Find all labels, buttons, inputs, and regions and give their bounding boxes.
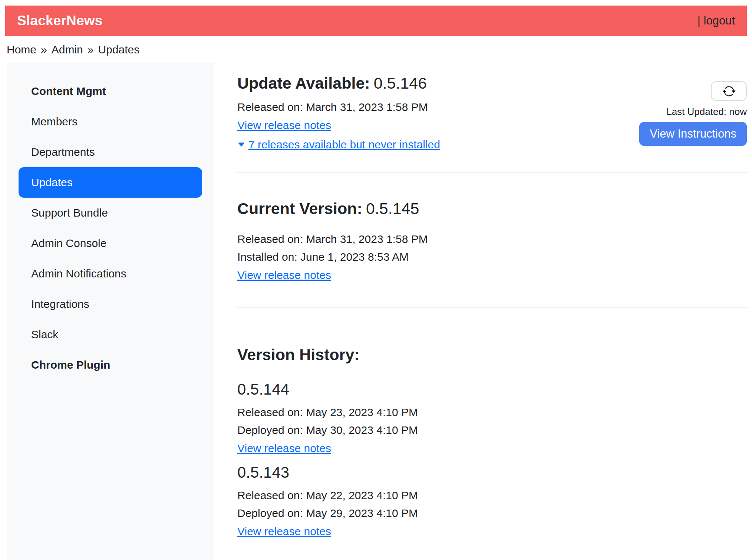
sidebar-item-support-bundle[interactable]: Support Bundle xyxy=(19,198,202,228)
current-release-notes-link[interactable]: View release notes xyxy=(237,269,331,281)
update-actions: Last Updated: now View Instructions xyxy=(639,75,747,146)
history-deployed-on: Deployed on: May 29, 2023 4:10 PM xyxy=(237,507,747,520)
update-released-on: Released on: March 31, 2023 1:58 PM xyxy=(237,101,440,114)
sidebar-item-content-mgmt[interactable]: Content Mgmt xyxy=(19,76,202,106)
view-instructions-button[interactable]: View Instructions xyxy=(639,122,747,146)
sidebar-item-admin-notifications[interactable]: Admin Notifications xyxy=(19,258,202,289)
sidebar-item-chrome-plugin[interactable]: Chrome Plugin xyxy=(19,350,202,380)
caret-down-icon xyxy=(237,141,245,149)
update-release-notes-link[interactable]: View release notes xyxy=(237,119,331,132)
current-version-label: Current Version: xyxy=(237,200,362,217)
sidebar-item-admin-console[interactable]: Admin Console xyxy=(19,228,202,258)
current-version-section: Current Version:0.5.145 Released on: Mar… xyxy=(237,200,747,281)
breadcrumb-home[interactable]: Home xyxy=(7,43,36,56)
current-version-number: 0.5.145 xyxy=(366,200,419,217)
breadcrumb-admin[interactable]: Admin xyxy=(52,43,83,56)
arrow-repeat-icon xyxy=(722,85,736,98)
history-released-on: Released on: May 23, 2023 4:10 PM xyxy=(237,406,747,419)
app-title: SlackerNews xyxy=(17,13,103,29)
history-version: 0.5.143 xyxy=(237,464,747,481)
breadcrumb-updates: Updates xyxy=(98,43,139,56)
sidebar-item-slack[interactable]: Slack xyxy=(19,319,202,350)
update-available-info: Update Available:0.5.146 Released on: Ma… xyxy=(237,75,440,151)
version-history-heading: Version History: xyxy=(237,346,747,363)
admin-sidebar: Content Mgmt Members Departments Updates… xyxy=(7,63,214,560)
last-updated-text: Last Updated: now xyxy=(666,106,747,118)
history-entry: 0.5.143 Released on: May 22, 2023 4:10 P… xyxy=(237,464,747,538)
app-header: SlackerNews | logout xyxy=(5,6,747,36)
version-history-section: Version History: 0.5.144 Released on: Ma… xyxy=(237,346,747,538)
sidebar-item-integrations[interactable]: Integrations xyxy=(19,289,202,319)
breadcrumb: Home » Admin » Updates xyxy=(7,43,747,56)
breadcrumb-separator: » xyxy=(88,43,94,56)
section-divider xyxy=(237,307,747,307)
update-available-heading: Update Available:0.5.146 xyxy=(237,75,440,92)
history-release-notes-link[interactable]: View release notes xyxy=(237,525,331,538)
update-available-label: Update Available: xyxy=(237,74,370,92)
body-row: Content Mgmt Members Departments Updates… xyxy=(5,63,747,560)
update-available-version: 0.5.146 xyxy=(374,74,427,92)
current-released-on: Released on: March 31, 2023 1:58 PM xyxy=(237,233,747,246)
releases-toggle[interactable]: 7 releases available but never installed xyxy=(237,138,440,151)
history-deployed-on: Deployed on: May 30, 2023 4:10 PM xyxy=(237,424,747,437)
releases-toggle-label: 7 releases available but never installed xyxy=(248,138,440,151)
sidebar-item-members[interactable]: Members xyxy=(19,106,202,137)
history-entry: 0.5.144 Released on: May 23, 2023 4:10 P… xyxy=(237,381,747,455)
sidebar-nav: Content Mgmt Members Departments Updates… xyxy=(7,76,214,380)
updates-main: Update Available:0.5.146 Released on: Ma… xyxy=(237,63,747,560)
sidebar-item-departments[interactable]: Departments xyxy=(19,137,202,167)
sidebar-item-updates[interactable]: Updates xyxy=(19,167,202,198)
breadcrumb-separator: » xyxy=(41,43,47,56)
history-version: 0.5.144 xyxy=(237,381,747,398)
logout-link[interactable]: | logout xyxy=(697,14,735,27)
history-released-on: Released on: May 22, 2023 4:10 PM xyxy=(237,489,747,502)
current-installed-on: Installed on: June 1, 2023 8:53 AM xyxy=(237,250,747,264)
refresh-button[interactable] xyxy=(711,81,747,101)
current-version-heading: Current Version:0.5.145 xyxy=(237,200,747,217)
page: SlackerNews | logout Home » Admin » Upda… xyxy=(0,0,752,560)
section-divider xyxy=(237,172,747,172)
history-release-notes-link[interactable]: View release notes xyxy=(237,442,331,455)
update-available-section: Update Available:0.5.146 Released on: Ma… xyxy=(237,75,747,151)
